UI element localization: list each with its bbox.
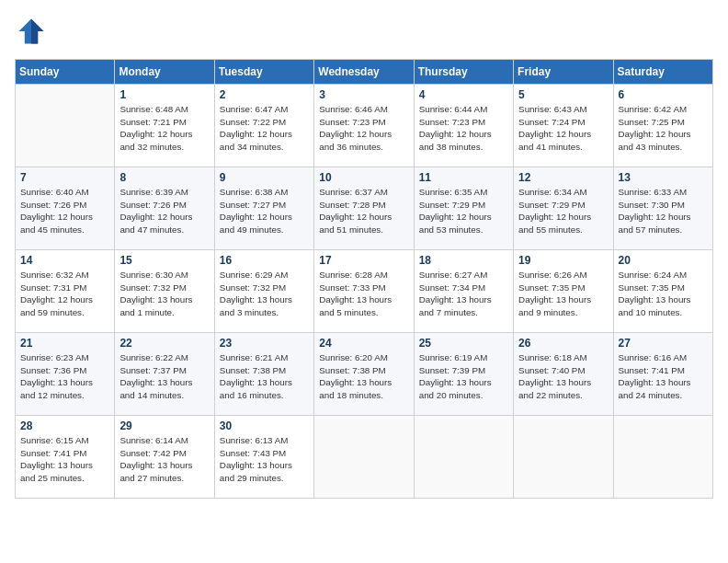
logo-icon <box>15 15 48 48</box>
calendar-cell: 27Sunrise: 6:16 AM Sunset: 7:41 PM Dayli… <box>613 333 712 416</box>
day-info: Sunrise: 6:28 AM Sunset: 7:33 PM Dayligh… <box>319 269 408 319</box>
day-info: Sunrise: 6:23 AM Sunset: 7:36 PM Dayligh… <box>20 351 109 402</box>
day-number: 18 <box>419 254 508 267</box>
day-number: 19 <box>518 254 608 267</box>
day-info: Sunrise: 6:29 AM Sunset: 7:32 PM Dayligh… <box>220 269 309 319</box>
day-info: Sunrise: 6:24 AM Sunset: 7:35 PM Dayligh… <box>619 269 708 319</box>
day-number: 3 <box>319 88 408 101</box>
calendar-week-3: 14Sunrise: 6:32 AM Sunset: 7:31 PM Dayli… <box>16 250 713 333</box>
calendar-header-row: SundayMondayTuesdayWednesdayThursdayFrid… <box>16 60 713 85</box>
day-info: Sunrise: 6:35 AM Sunset: 7:29 PM Dayligh… <box>419 186 508 236</box>
day-info: Sunrise: 6:19 AM Sunset: 7:39 PM Dayligh… <box>419 351 508 402</box>
calendar-cell: 15Sunrise: 6:30 AM Sunset: 7:32 PM Dayli… <box>115 250 214 333</box>
calendar-cell <box>16 85 115 167</box>
calendar-cell: 8Sunrise: 6:39 AM Sunset: 7:26 PM Daylig… <box>115 167 214 250</box>
day-info: Sunrise: 6:16 AM Sunset: 7:41 PM Dayligh… <box>619 351 708 402</box>
day-number: 13 <box>619 171 708 184</box>
day-info: Sunrise: 6:39 AM Sunset: 7:26 PM Dayligh… <box>119 186 209 236</box>
calendar-cell: 9Sunrise: 6:38 AM Sunset: 7:27 PM Daylig… <box>214 167 313 250</box>
calendar-cell: 3Sunrise: 6:46 AM Sunset: 7:23 PM Daylig… <box>314 85 414 167</box>
calendar-cell: 26Sunrise: 6:18 AM Sunset: 7:40 PM Dayli… <box>514 333 613 416</box>
day-info: Sunrise: 6:42 AM Sunset: 7:25 PM Dayligh… <box>619 103 708 154</box>
calendar-table: SundayMondayTuesdayWednesdayThursdayFrid… <box>15 59 713 499</box>
calendar-cell: 1Sunrise: 6:48 AM Sunset: 7:21 PM Daylig… <box>115 85 214 167</box>
calendar-week-2: 7Sunrise: 6:40 AM Sunset: 7:26 PM Daylig… <box>16 167 713 250</box>
calendar-cell <box>314 416 414 499</box>
day-info: Sunrise: 6:44 AM Sunset: 7:23 PM Dayligh… <box>419 103 508 154</box>
calendar-week-5: 28Sunrise: 6:15 AM Sunset: 7:41 PM Dayli… <box>16 416 713 499</box>
calendar-week-1: 1Sunrise: 6:48 AM Sunset: 7:21 PM Daylig… <box>16 85 713 167</box>
calendar-cell: 30Sunrise: 6:13 AM Sunset: 7:43 PM Dayli… <box>214 416 313 499</box>
calendar-cell: 12Sunrise: 6:34 AM Sunset: 7:29 PM Dayli… <box>514 167 613 250</box>
calendar-cell <box>613 416 712 499</box>
calendar-week-4: 21Sunrise: 6:23 AM Sunset: 7:36 PM Dayli… <box>16 333 713 416</box>
calendar-cell: 11Sunrise: 6:35 AM Sunset: 7:29 PM Dayli… <box>414 167 513 250</box>
day-number: 26 <box>518 337 608 350</box>
calendar-cell: 25Sunrise: 6:19 AM Sunset: 7:39 PM Dayli… <box>414 333 513 416</box>
day-info: Sunrise: 6:13 AM Sunset: 7:43 PM Dayligh… <box>220 434 309 485</box>
day-info: Sunrise: 6:38 AM Sunset: 7:27 PM Dayligh… <box>220 186 309 236</box>
calendar-cell <box>414 416 513 499</box>
day-info: Sunrise: 6:48 AM Sunset: 7:21 PM Dayligh… <box>119 103 209 154</box>
day-number: 22 <box>119 337 209 350</box>
day-info: Sunrise: 6:21 AM Sunset: 7:38 PM Dayligh… <box>220 351 309 402</box>
calendar-cell: 2Sunrise: 6:47 AM Sunset: 7:22 PM Daylig… <box>214 85 313 167</box>
day-info: Sunrise: 6:37 AM Sunset: 7:28 PM Dayligh… <box>319 186 408 236</box>
day-number: 6 <box>619 88 708 101</box>
day-number: 15 <box>119 254 209 267</box>
calendar-cell: 7Sunrise: 6:40 AM Sunset: 7:26 PM Daylig… <box>16 167 115 250</box>
day-number: 5 <box>518 88 608 101</box>
day-number: 11 <box>419 171 508 184</box>
svg-marker-1 <box>31 19 44 44</box>
day-info: Sunrise: 6:46 AM Sunset: 7:23 PM Dayligh… <box>319 103 408 154</box>
day-number: 1 <box>119 88 209 101</box>
column-header-saturday: Saturday <box>613 60 712 85</box>
day-number: 25 <box>419 337 508 350</box>
day-info: Sunrise: 6:14 AM Sunset: 7:42 PM Dayligh… <box>119 434 209 485</box>
day-number: 21 <box>20 337 109 350</box>
column-header-thursday: Thursday <box>414 60 513 85</box>
day-number: 14 <box>20 254 109 267</box>
column-header-sunday: Sunday <box>16 60 115 85</box>
day-number: 12 <box>518 171 608 184</box>
calendar-cell: 16Sunrise: 6:29 AM Sunset: 7:32 PM Dayli… <box>214 250 313 333</box>
day-number: 20 <box>619 254 708 267</box>
column-header-wednesday: Wednesday <box>314 60 414 85</box>
calendar-cell: 4Sunrise: 6:44 AM Sunset: 7:23 PM Daylig… <box>414 85 513 167</box>
calendar-cell: 5Sunrise: 6:43 AM Sunset: 7:24 PM Daylig… <box>514 85 613 167</box>
day-number: 29 <box>119 419 209 432</box>
calendar-cell: 20Sunrise: 6:24 AM Sunset: 7:35 PM Dayli… <box>613 250 712 333</box>
day-number: 7 <box>20 171 109 184</box>
calendar-cell <box>514 416 613 499</box>
day-number: 16 <box>220 254 309 267</box>
calendar-cell: 17Sunrise: 6:28 AM Sunset: 7:33 PM Dayli… <box>314 250 414 333</box>
calendar-cell: 19Sunrise: 6:26 AM Sunset: 7:35 PM Dayli… <box>514 250 613 333</box>
day-info: Sunrise: 6:18 AM Sunset: 7:40 PM Dayligh… <box>518 351 608 402</box>
column-header-tuesday: Tuesday <box>214 60 313 85</box>
day-info: Sunrise: 6:22 AM Sunset: 7:37 PM Dayligh… <box>119 351 209 402</box>
day-info: Sunrise: 6:33 AM Sunset: 7:30 PM Dayligh… <box>619 186 708 236</box>
calendar-cell: 13Sunrise: 6:33 AM Sunset: 7:30 PM Dayli… <box>613 167 712 250</box>
day-info: Sunrise: 6:34 AM Sunset: 7:29 PM Dayligh… <box>518 186 608 236</box>
page-header <box>15 15 713 48</box>
day-info: Sunrise: 6:15 AM Sunset: 7:41 PM Dayligh… <box>20 434 109 485</box>
day-number: 9 <box>220 171 309 184</box>
day-number: 23 <box>220 337 309 350</box>
calendar-cell: 29Sunrise: 6:14 AM Sunset: 7:42 PM Dayli… <box>115 416 214 499</box>
calendar-cell: 18Sunrise: 6:27 AM Sunset: 7:34 PM Dayli… <box>414 250 513 333</box>
day-number: 17 <box>319 254 408 267</box>
day-number: 2 <box>220 88 309 101</box>
calendar-cell: 23Sunrise: 6:21 AM Sunset: 7:38 PM Dayli… <box>214 333 313 416</box>
day-number: 8 <box>119 171 209 184</box>
day-info: Sunrise: 6:26 AM Sunset: 7:35 PM Dayligh… <box>518 269 608 319</box>
day-info: Sunrise: 6:20 AM Sunset: 7:38 PM Dayligh… <box>319 351 408 402</box>
calendar-cell: 28Sunrise: 6:15 AM Sunset: 7:41 PM Dayli… <box>16 416 115 499</box>
day-info: Sunrise: 6:32 AM Sunset: 7:31 PM Dayligh… <box>20 269 109 319</box>
calendar-cell: 10Sunrise: 6:37 AM Sunset: 7:28 PM Dayli… <box>314 167 414 250</box>
day-number: 28 <box>20 419 109 432</box>
day-number: 27 <box>619 337 708 350</box>
day-info: Sunrise: 6:30 AM Sunset: 7:32 PM Dayligh… <box>119 269 209 319</box>
day-number: 10 <box>319 171 408 184</box>
column-header-friday: Friday <box>514 60 613 85</box>
day-info: Sunrise: 6:47 AM Sunset: 7:22 PM Dayligh… <box>220 103 309 154</box>
